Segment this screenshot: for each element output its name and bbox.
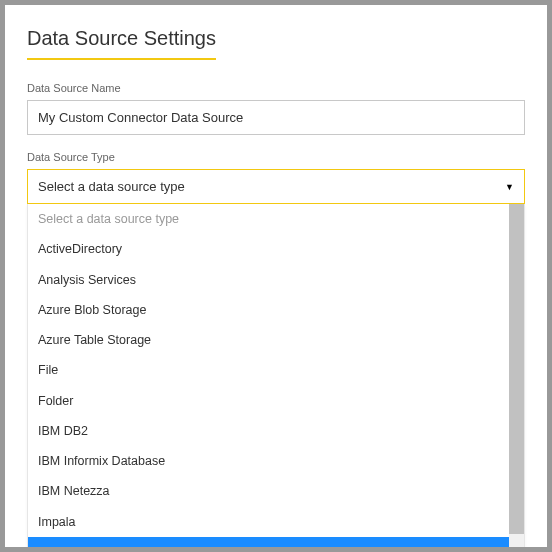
dropdown-option[interactable]: Impala [28,507,509,537]
data-source-type-label: Data Source Type [27,151,525,163]
dropdown-scrollbar[interactable] [509,204,524,547]
dropdown-placeholder-option: Select a data source type [28,204,509,234]
dropdown-option[interactable]: File [28,355,509,385]
data-source-name-label: Data Source Name [27,82,525,94]
chevron-down-icon: ▼ [505,182,514,192]
dropdown-option[interactable]: Analysis Services [28,265,509,295]
dropdown-options-list: Select a data source type ActiveDirector… [28,204,509,547]
dropdown-option[interactable]: ActiveDirectory [28,234,509,264]
dropdown-option[interactable]: Folder [28,386,509,416]
dropdown-option[interactable]: Azure Blob Storage [28,295,509,325]
select-display-text: Select a data source type [38,179,185,194]
data-source-name-input[interactable] [27,100,525,135]
dropdown-option[interactable]: IBM DB2 [28,416,509,446]
dropdown-option[interactable]: Azure Table Storage [28,325,509,355]
dropdown-option[interactable]: IBM Netezza [28,476,509,506]
dropdown-option-selected[interactable]: My Custom Connector [28,537,509,547]
page-title: Data Source Settings [27,27,216,60]
data-source-type-dropdown: Select a data source type ActiveDirector… [27,204,525,547]
dropdown-option[interactable]: IBM Informix Database [28,446,509,476]
settings-window: Data Source Settings Data Source Name Da… [5,5,547,547]
scroll-thumb[interactable] [509,204,524,534]
data-source-type-select[interactable]: Select a data source type ▼ [27,169,525,204]
